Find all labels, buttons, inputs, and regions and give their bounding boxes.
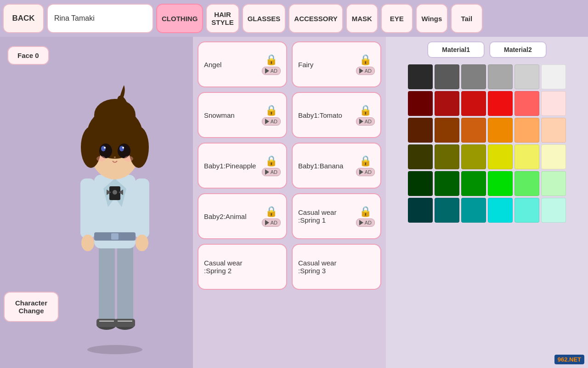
- lock-icon: 🔒: [359, 104, 372, 116]
- lock-ad-badge: 🔒AD: [262, 206, 281, 227]
- color-cell[interactable]: [461, 64, 486, 89]
- color-cell[interactable]: [541, 118, 566, 143]
- tab-glasses[interactable]: GLASSES: [242, 4, 286, 33]
- color-cell[interactable]: [461, 91, 486, 116]
- lock-icon: 🔒: [265, 104, 277, 116]
- svg-rect-18: [135, 178, 149, 238]
- clothing-item[interactable]: Casual wear :Spring 1🔒AD: [292, 193, 381, 239]
- svg-rect-5: [96, 319, 117, 327]
- play-ad-button[interactable]: AD: [356, 117, 375, 126]
- color-cell[interactable]: [514, 198, 539, 223]
- color-cell[interactable]: [461, 144, 486, 169]
- color-cell[interactable]: [488, 198, 513, 223]
- color-cell[interactable]: [488, 144, 513, 169]
- color-grid: [408, 64, 566, 223]
- back-button[interactable]: BACK: [3, 4, 44, 33]
- tab-wings[interactable]: Wings: [416, 4, 448, 33]
- color-cell[interactable]: [514, 91, 539, 116]
- clothing-item[interactable]: Casual wear :Spring 3: [292, 244, 381, 290]
- tab-mask[interactable]: MASK: [346, 4, 378, 33]
- play-ad-button[interactable]: AD: [262, 168, 281, 176]
- color-cell[interactable]: [488, 91, 513, 116]
- ad-label: AD: [271, 220, 277, 225]
- character-name-input[interactable]: [47, 4, 153, 33]
- character-change-button[interactable]: CharacterChange: [4, 292, 59, 322]
- play-ad-button[interactable]: AD: [356, 168, 375, 176]
- play-triangle-icon: [359, 169, 363, 175]
- color-cell[interactable]: [408, 198, 433, 223]
- color-cell[interactable]: [408, 64, 433, 89]
- ad-label: AD: [271, 169, 277, 175]
- ad-label: AD: [365, 119, 372, 124]
- color-cell[interactable]: [435, 64, 459, 89]
- color-cell[interactable]: [488, 171, 513, 196]
- play-ad-button[interactable]: AD: [262, 218, 281, 227]
- color-cell[interactable]: [461, 198, 486, 223]
- tab-accessory[interactable]: ACCESSORY: [288, 4, 343, 33]
- color-cell[interactable]: [408, 118, 433, 143]
- color-cell[interactable]: [514, 118, 539, 143]
- color-cell[interactable]: [541, 171, 566, 196]
- color-cell[interactable]: [408, 144, 433, 169]
- tab-clothing[interactable]: CLOTHING: [156, 4, 203, 33]
- svg-point-35: [124, 156, 133, 161]
- clothing-item[interactable]: Snowman🔒AD: [198, 92, 287, 138]
- clothing-item[interactable]: Baby2:Animal🔒AD: [198, 193, 287, 239]
- clothing-item-label: Baby1:Pineapple: [204, 162, 262, 170]
- play-triangle-icon: [265, 169, 269, 175]
- play-ad-button[interactable]: AD: [262, 117, 281, 126]
- clothing-item[interactable]: Baby1:Tomato🔒AD: [292, 92, 381, 138]
- clothing-item[interactable]: Baby1:Pineapple🔒AD: [198, 143, 287, 189]
- clothing-item-label: Baby1:Banana: [298, 162, 356, 170]
- clothing-item-label: Fairy: [298, 61, 356, 69]
- play-ad-button[interactable]: AD: [262, 67, 281, 75]
- svg-rect-1: [99, 239, 115, 322]
- face-button[interactable]: Face 0: [7, 46, 49, 65]
- color-cell[interactable]: [435, 118, 459, 143]
- color-cell[interactable]: [488, 64, 513, 89]
- color-cell[interactable]: [461, 171, 486, 196]
- color-cell[interactable]: [408, 91, 433, 116]
- color-cell[interactable]: [488, 118, 513, 143]
- color-cell[interactable]: [541, 198, 566, 223]
- material1-tab[interactable]: Material1: [427, 41, 485, 58]
- color-cell[interactable]: [435, 91, 459, 116]
- character-area: [55, 64, 175, 359]
- color-cell[interactable]: [541, 144, 566, 169]
- color-cell[interactable]: [461, 118, 486, 143]
- clothing-item-label: Snowman: [204, 111, 262, 119]
- clothing-item-label: Baby2:Animal: [204, 213, 262, 220]
- clothing-item-label: Casual wear :Spring 1: [298, 208, 356, 224]
- material2-tab[interactable]: Material2: [489, 41, 547, 58]
- tab-tail[interactable]: Tail: [451, 4, 483, 33]
- color-cell[interactable]: [514, 144, 539, 169]
- clothing-item-label: Angel: [204, 61, 262, 69]
- ad-label: AD: [365, 220, 372, 225]
- tab-eye[interactable]: EYE: [381, 4, 413, 33]
- tab-hairstyle[interactable]: HAIRSTYLE: [206, 4, 239, 33]
- svg-point-26: [129, 126, 149, 168]
- svg-rect-37: [111, 233, 119, 240]
- clothing-item[interactable]: Fairy🔒AD: [292, 41, 381, 87]
- watermark: 962.NET: [554, 355, 584, 364]
- svg-point-34: [96, 156, 106, 161]
- play-triangle-icon: [359, 68, 363, 74]
- play-ad-button[interactable]: AD: [356, 67, 375, 75]
- clothing-item-label: Casual wear :Spring 2: [204, 259, 281, 275]
- color-cell[interactable]: [541, 64, 566, 89]
- clothing-item[interactable]: Angel🔒AD: [198, 41, 287, 87]
- color-cell[interactable]: [514, 171, 539, 196]
- svg-point-25: [81, 126, 101, 168]
- color-cell[interactable]: [435, 144, 459, 169]
- clothing-item[interactable]: Baby1:Banana🔒AD: [292, 143, 381, 189]
- lock-ad-badge: 🔒AD: [356, 54, 375, 75]
- color-cell[interactable]: [514, 64, 539, 89]
- color-cell[interactable]: [435, 171, 459, 196]
- lock-icon: 🔒: [359, 54, 372, 66]
- clothing-item[interactable]: Casual wear :Spring 2: [198, 244, 287, 290]
- color-cell[interactable]: [435, 198, 459, 223]
- left-panel: Face 0: [0, 37, 193, 368]
- color-cell[interactable]: [541, 91, 566, 116]
- color-cell[interactable]: [408, 171, 433, 196]
- play-ad-button[interactable]: AD: [356, 218, 375, 227]
